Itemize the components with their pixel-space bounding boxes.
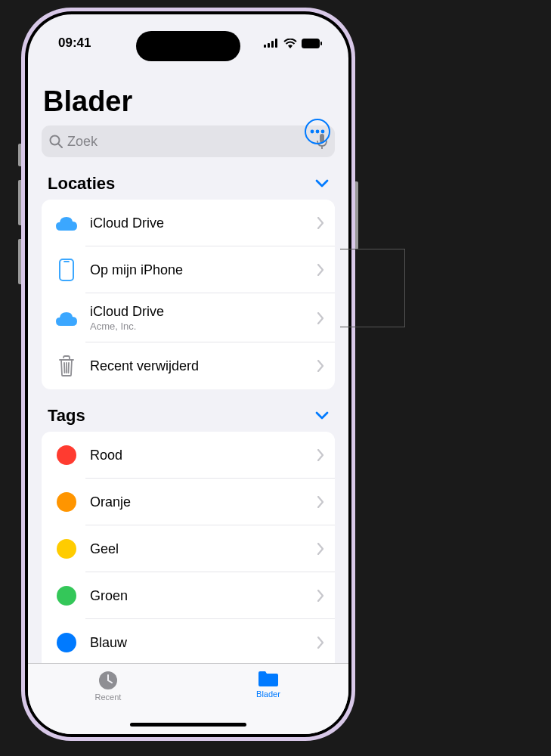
- tag-red[interactable]: Rood: [42, 432, 335, 479]
- location-on-my-iphone[interactable]: Op mijn iPhone: [42, 246, 335, 293]
- page-title: Blader: [28, 58, 348, 125]
- svg-rect-5: [320, 42, 322, 45]
- svg-rect-13: [60, 259, 73, 280]
- chevron-right-icon: [317, 312, 324, 324]
- row-sublabel: Acme, Inc.: [90, 321, 317, 332]
- section-title-tags: Tags: [48, 406, 85, 426]
- svg-point-7: [316, 130, 320, 134]
- home-indicator[interactable]: [130, 723, 246, 727]
- tag-blue[interactable]: Blauw: [42, 619, 335, 663]
- section-title-locations: Locaties: [48, 174, 115, 194]
- row-label: Geel: [90, 541, 317, 557]
- row-label: Blauw: [90, 635, 317, 651]
- search-icon: [49, 135, 63, 148]
- svg-point-8: [321, 130, 325, 134]
- row-label: Recent verwijderd: [90, 358, 317, 374]
- svg-rect-2: [271, 41, 274, 48]
- row-label: Op mijn iPhone: [90, 262, 317, 278]
- tab-bar: Recent Blader: [28, 663, 348, 734]
- volume-down[interactable]: [18, 239, 21, 284]
- chevron-right-icon: [317, 264, 324, 276]
- locations-list: iCloud Drive Op mijn iPhone: [42, 200, 335, 389]
- chevron-right-icon: [317, 590, 324, 602]
- phone-frame: 09:41: [21, 8, 355, 741]
- cloud-icon: [54, 210, 79, 236]
- tab-label: Recent: [95, 692, 122, 702]
- search-bar[interactable]: Zoek: [42, 125, 335, 157]
- tags-list: Rood Oranje Geel Gro: [42, 432, 335, 663]
- chevron-right-icon: [317, 543, 324, 555]
- chevron-right-icon: [317, 449, 324, 461]
- row-label: Rood: [90, 448, 317, 463]
- svg-line-10: [58, 144, 62, 147]
- chevron-right-icon: [317, 217, 324, 229]
- row-label: Oranje: [90, 494, 317, 510]
- tag-yellow[interactable]: Geel: [42, 525, 335, 572]
- row-label: iCloud Drive: [90, 215, 317, 231]
- svg-rect-1: [268, 43, 270, 48]
- section-header-locations[interactable]: Locaties: [28, 157, 348, 200]
- side-buttons-left: [18, 144, 21, 284]
- cellular-icon: [264, 39, 279, 48]
- tag-dot-icon: [57, 586, 76, 606]
- cloud-icon: [54, 305, 79, 331]
- row-label: Groen: [90, 588, 317, 604]
- chevron-down-icon: [315, 411, 329, 420]
- trash-icon: [54, 353, 79, 379]
- tag-dot-icon: [57, 492, 76, 512]
- svg-rect-4: [302, 39, 320, 48]
- tag-orange[interactable]: Oranje: [42, 479, 335, 525]
- silence-switch[interactable]: [18, 144, 21, 166]
- status-time: 09:41: [58, 36, 91, 51]
- search-placeholder: Zoek: [67, 134, 317, 150]
- callout-line: [340, 327, 404, 327]
- scroll-content[interactable]: Blader Zoek Locaties: [28, 58, 348, 663]
- row-label: iCloud Drive: [90, 304, 317, 320]
- wifi-icon: [283, 39, 297, 48]
- svg-rect-0: [264, 45, 266, 48]
- tag-dot-icon: [57, 539, 76, 559]
- location-icloud-drive-acme[interactable]: iCloud Drive Acme, Inc.: [42, 293, 335, 342]
- tab-label: Blader: [256, 689, 280, 699]
- iphone-icon: [54, 257, 79, 283]
- callout-line: [404, 249, 405, 327]
- tag-dot-icon: [57, 445, 76, 465]
- chevron-down-icon: [315, 179, 329, 188]
- tag-dot-icon: [57, 633, 76, 652]
- battery-icon: [302, 39, 323, 48]
- location-icloud-drive[interactable]: iCloud Drive: [42, 200, 335, 246]
- volume-up[interactable]: [18, 180, 21, 225]
- chevron-right-icon: [317, 637, 324, 649]
- more-button[interactable]: [305, 119, 330, 144]
- section-header-tags[interactable]: Tags: [28, 389, 348, 432]
- chevron-right-icon: [317, 360, 324, 372]
- callout-line: [340, 249, 404, 249]
- ellipsis-icon: [310, 129, 325, 134]
- chevron-right-icon: [317, 496, 324, 508]
- status-icons: [264, 39, 323, 48]
- power-button[interactable]: [355, 181, 358, 249]
- dynamic-island: [136, 31, 240, 61]
- svg-rect-3: [275, 39, 277, 48]
- tag-green[interactable]: Groen: [42, 572, 335, 619]
- location-recently-deleted[interactable]: Recent verwijderd: [42, 342, 335, 389]
- clock-icon: [98, 670, 119, 691]
- svg-point-6: [311, 130, 314, 134]
- folder-icon: [257, 670, 280, 688]
